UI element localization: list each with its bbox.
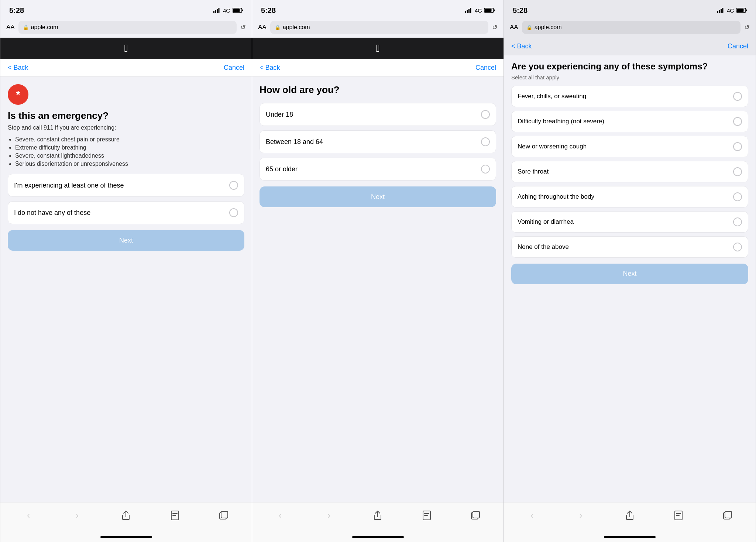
share-icon-1[interactable] <box>117 511 135 520</box>
radio-1b[interactable] <box>229 208 238 217</box>
back-nav-icon-1[interactable]: ‹ <box>19 510 38 521</box>
refresh-icon-1[interactable]: ↺ <box>240 23 246 31</box>
status-time-2: 5:28 <box>261 6 276 15</box>
symptom-option-sorethroat[interactable]: Sore throat <box>511 161 748 182</box>
symptom-option-fever[interactable]: Fever, chills, or sweating <box>511 86 748 107</box>
option-card-1b[interactable]: I do not have any of these <box>8 201 244 224</box>
symptom-option-aching[interactable]: Aching throughout the body <box>511 186 748 207</box>
symptom-option-vomiting[interactable]: Vomiting or diarrhea <box>511 211 748 233</box>
tabs-icon-2[interactable] <box>466 511 485 520</box>
browser-aa-2[interactable]: AA <box>258 24 267 31</box>
age-label-65plus: 65 or older <box>266 165 298 173</box>
svg-rect-11 <box>467 10 468 13</box>
svg-rect-0 <box>213 11 214 13</box>
back-button-1[interactable]: < Back <box>8 64 28 72</box>
radio-sorethroat[interactable] <box>733 167 742 176</box>
browser-url-container-3[interactable]: 🔒 apple.com <box>522 21 740 34</box>
svg-rect-25 <box>737 9 744 12</box>
back-nav-icon-2[interactable]: ‹ <box>271 510 289 521</box>
bookmarks-icon-2[interactable] <box>417 511 436 520</box>
cancel-button-1[interactable]: Cancel <box>224 64 244 72</box>
back-button-3[interactable]: < Back <box>511 42 532 50</box>
browser-url-2: apple.com <box>283 24 310 31</box>
symptom-label-vomiting: Vomiting or diarrhea <box>518 218 574 226</box>
network-label-3: 4G <box>727 7 734 14</box>
signal-icon-3 <box>717 8 725 13</box>
nav-row-3: < Back Cancel <box>504 38 756 55</box>
svg-rect-5 <box>233 9 240 12</box>
cancel-button-2[interactable]: Cancel <box>475 64 496 72</box>
status-icons-2: 4G <box>465 7 495 14</box>
nav-row-2: < Back Cancel <box>252 59 504 77</box>
next-button-3[interactable]: Next <box>511 264 748 284</box>
age-label-18-64: Between 18 and 64 <box>266 138 323 146</box>
age-option-18-64[interactable]: Between 18 and 64 <box>260 130 496 153</box>
status-icons-3: 4G <box>717 7 747 14</box>
bookmarks-icon-1[interactable] <box>166 511 184 520</box>
browser-url-container-1[interactable]: 🔒 apple.com <box>18 21 237 34</box>
symptom-option-breathing[interactable]: Difficulty breathing (not severe) <box>511 111 748 132</box>
svg-rect-16 <box>494 10 495 11</box>
tabs-icon-1[interactable] <box>214 511 233 520</box>
bottom-toolbar-2: ‹ › <box>252 502 504 532</box>
tabs-icon-3[interactable] <box>718 511 737 520</box>
battery-icon-1 <box>233 8 243 13</box>
content-3: Are you experiencing any of these sympto… <box>504 55 756 502</box>
symptom-option-cough[interactable]: New or worsening cough <box>511 136 748 157</box>
radio-breathing[interactable] <box>733 117 742 126</box>
symptom-label-cough: New or worsening cough <box>518 143 587 150</box>
radio-1a[interactable] <box>229 181 238 190</box>
symptom-option-none[interactable]: None of the above <box>511 236 748 258</box>
refresh-icon-2[interactable]: ↺ <box>492 23 498 31</box>
browser-aa-1[interactable]: AA <box>6 24 15 31</box>
radio-none[interactable] <box>733 243 742 251</box>
browser-url-3: apple.com <box>535 24 562 31</box>
age-label-under18: Under 18 <box>266 111 293 119</box>
option-card-1a[interactable]: I'm experiencing at least one of these <box>8 174 244 197</box>
forward-nav-icon-1[interactable]: › <box>68 510 86 521</box>
next-button-2[interactable]: Next <box>260 186 496 207</box>
back-button-2[interactable]: < Back <box>260 64 280 72</box>
content-2: How old are you? Under 18 Between 18 and… <box>252 77 504 502</box>
home-indicator-2 <box>252 532 504 542</box>
phone-2: 5:28 4G AA 🔒 apple.com ↺  <box>252 0 504 542</box>
asterisk-icon-1: * <box>16 88 20 101</box>
browser-bar-3: AA 🔒 apple.com ↺ <box>504 18 756 38</box>
share-icon-3[interactable] <box>621 511 639 520</box>
forward-nav-icon-2[interactable]: › <box>320 510 338 521</box>
radio-under18[interactable] <box>481 110 490 119</box>
svg-rect-29 <box>725 511 732 518</box>
svg-rect-12 <box>468 9 470 13</box>
page-title-2: How old are you? <box>260 84 496 96</box>
radio-aching[interactable] <box>733 192 742 201</box>
home-indicator-1 <box>0 532 252 542</box>
svg-rect-15 <box>485 9 492 12</box>
svg-rect-22 <box>721 9 722 13</box>
phone-1: 5:28 4G AA 🔒 apple.com ↺  <box>0 0 252 542</box>
bottom-toolbar-3: ‹ › <box>504 502 756 532</box>
bookmarks-icon-3[interactable] <box>669 511 688 520</box>
refresh-icon-3[interactable]: ↺ <box>744 23 750 31</box>
lock-icon-3: 🔒 <box>526 25 532 30</box>
back-nav-icon-3[interactable]: ‹ <box>523 510 541 521</box>
radio-vomiting[interactable] <box>733 217 742 226</box>
signal-icon-2 <box>465 8 472 13</box>
age-option-under18[interactable]: Under 18 <box>260 103 496 126</box>
radio-fever[interactable] <box>733 92 742 101</box>
browser-url-container-2[interactable]: 🔒 apple.com <box>270 21 488 34</box>
browser-aa-3[interactable]: AA <box>510 24 518 31</box>
cancel-button-3[interactable]: Cancel <box>728 42 748 50</box>
status-bar-2: 5:28 4G <box>252 0 504 18</box>
signal-icon-1 <box>213 8 221 13</box>
svg-rect-3 <box>218 8 219 13</box>
next-button-1[interactable]: Next <box>8 230 244 251</box>
home-bar-2 <box>352 536 404 538</box>
radio-65plus[interactable] <box>481 165 490 174</box>
radio-18-64[interactable] <box>481 137 490 146</box>
browser-bar-2: AA 🔒 apple.com ↺ <box>252 18 504 38</box>
age-option-65plus[interactable]: 65 or older <box>260 158 496 181</box>
radio-cough[interactable] <box>733 142 742 151</box>
share-icon-2[interactable] <box>368 511 387 520</box>
forward-nav-icon-3[interactable]: › <box>572 510 590 521</box>
browser-bar-1: AA 🔒 apple.com ↺ <box>0 18 252 38</box>
